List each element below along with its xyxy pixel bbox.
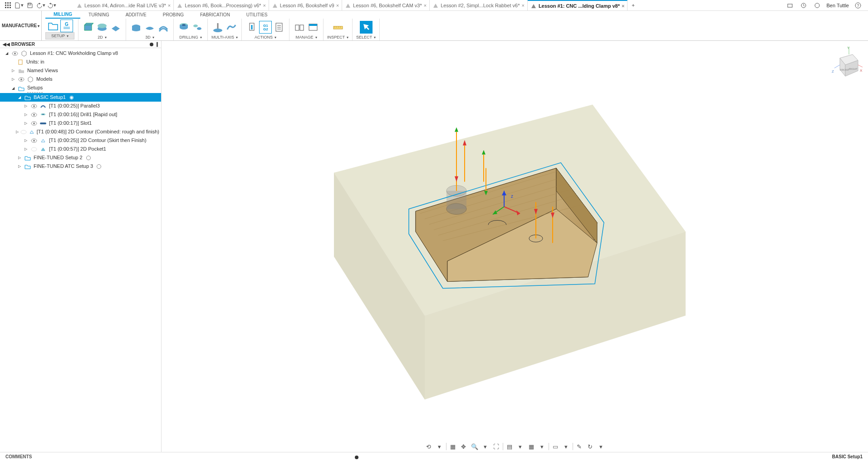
- 3d-horizontal-icon[interactable]: [143, 21, 156, 34]
- redo-icon[interactable]: ▾: [47, 1, 56, 10]
- collapse-icon[interactable]: ◀◀: [3, 42, 10, 47]
- app-grid-icon[interactable]: [4, 1, 13, 10]
- viewcube-right-label[interactable]: RIGHT: [849, 68, 858, 70]
- 2d-adaptive-icon[interactable]: [82, 21, 95, 34]
- display-dropdown[interactable]: ▾: [515, 442, 526, 451]
- tree-root[interactable]: ◢ Lesson #1: CNC Workholding Clamp v8: [0, 49, 161, 58]
- settings-dot-icon[interactable]: [150, 43, 153, 46]
- setup-folder-icon[interactable]: [47, 20, 59, 32]
- fit-icon[interactable]: ⛶: [491, 442, 502, 451]
- view-cube[interactable]: Y FRONT RIGHT X Z: [831, 44, 863, 85]
- doc-tab-0[interactable]: Lesson #4, Adiron...ide Rail LIVE v3*×: [74, 0, 174, 10]
- ribbon-tab-probing[interactable]: PROBING: [155, 11, 192, 19]
- simulate-icon[interactable]: G1G2: [259, 21, 272, 34]
- look-at-icon[interactable]: ▦: [447, 442, 458, 451]
- measure-icon[interactable]: [332, 21, 344, 34]
- zoom-icon[interactable]: 🔍: [469, 442, 480, 451]
- chevron-down-icon[interactable]: ◢: [5, 49, 10, 57]
- chevron-right-icon[interactable]: ▷: [25, 145, 29, 153]
- chevron-down-icon[interactable]: ◢: [12, 84, 16, 92]
- group-label-2d[interactable]: 2D: [98, 35, 107, 39]
- chevron-right-icon[interactable]: ▷: [12, 75, 16, 83]
- chevron-right-icon[interactable]: ▷: [16, 128, 19, 136]
- tree-op-drill[interactable]: ▷[T1 (0:00:16)] Drill1 [Rapid out]: [0, 110, 161, 119]
- resize-handle[interactable]: ‖: [156, 42, 158, 47]
- activate-radio[interactable]: [97, 164, 101, 169]
- close-icon[interactable]: ×: [263, 3, 265, 8]
- notification-icon[interactable]: [813, 1, 822, 10]
- 3d-adaptive-icon[interactable]: [130, 21, 142, 34]
- chevron-right-icon[interactable]: ▷: [25, 111, 29, 118]
- file-menu-icon[interactable]: ▾: [15, 1, 24, 10]
- chevron-right-icon[interactable]: ▷: [18, 154, 23, 162]
- save-icon[interactable]: [25, 1, 34, 10]
- tree-op-contour2[interactable]: ▷[T1 (0:00:25)] 2D Contour (Skirt then F…: [0, 136, 161, 145]
- group-label-drilling[interactable]: DRILLING: [179, 35, 202, 39]
- visibility-icon[interactable]: [31, 120, 38, 127]
- swarf-icon[interactable]: [211, 21, 224, 34]
- doc-tab-1[interactable]: Lesson #6, Book...Processing) v6*×: [174, 0, 269, 10]
- select-cursor-icon[interactable]: [360, 21, 373, 34]
- grid-dropdown[interactable]: ▾: [537, 442, 548, 451]
- 3d-viewport[interactable]: z Y FRONT RIGHT X Z: [162, 41, 868, 452]
- tree-setups[interactable]: ◢ Setups: [0, 83, 161, 93]
- tree-finetuned-atc-setup3[interactable]: ▷FINE-TUNED ATC Setup 3: [0, 162, 161, 171]
- chevron-right-icon[interactable]: ▷: [25, 119, 29, 127]
- capture-icon[interactable]: ✎: [574, 442, 585, 451]
- visibility-icon[interactable]: [31, 137, 38, 144]
- drill-icon[interactable]: [177, 21, 190, 34]
- tree-op-pocket[interactable]: ▷[T1 (0:00:57)] 2D Pocket1: [0, 145, 161, 153]
- user-name[interactable]: Ben Tuttle: [826, 3, 849, 8]
- close-icon[interactable]: ×: [424, 3, 427, 8]
- close-icon[interactable]: ×: [168, 3, 171, 8]
- task-manager-icon[interactable]: [307, 21, 319, 34]
- ribbon-tab-milling[interactable]: MILLING: [45, 11, 80, 19]
- job-status-icon[interactable]: [799, 1, 808, 10]
- display-settings-icon[interactable]: ▤: [504, 442, 515, 451]
- tree-op-slot[interactable]: ▷[T1 (0:00:17)] Slot1: [0, 119, 161, 128]
- ribbon-tab-utilities[interactable]: UTILITIES: [238, 11, 276, 19]
- chevron-right-icon[interactable]: ▷: [25, 102, 29, 110]
- visibility-icon[interactable]: [12, 50, 19, 57]
- chevron-right-icon[interactable]: ▷: [12, 67, 16, 74]
- tool-library-icon[interactable]: [293, 21, 306, 34]
- new-tab-button[interactable]: ＋: [628, 0, 638, 10]
- multiaxis-contour-icon[interactable]: [225, 21, 238, 34]
- doc-tab-2[interactable]: Lesson #6, Bookshelf v9×: [269, 0, 342, 10]
- ribbon-tab-turning[interactable]: TURNING: [80, 11, 118, 19]
- visibility-icon[interactable]: [31, 112, 38, 118]
- close-icon[interactable]: ×: [622, 3, 624, 9]
- tree-named-views[interactable]: ▷ Named Views: [0, 66, 161, 75]
- pan-icon[interactable]: ✥: [458, 442, 469, 451]
- tree-finetuned-setup2[interactable]: ▷FINE-TUNED Setup 2: [0, 153, 161, 162]
- viewcube-front-label[interactable]: FRONT: [840, 69, 849, 71]
- doc-tab-5[interactable]: Lesson #1: CNC ...lding Clamp v8*×: [528, 0, 628, 10]
- comments-toggle[interactable]: COMMENTS: [0, 454, 37, 459]
- doc-tab-4[interactable]: Lesson #2, Simpl...Lock Rabbet v6*×: [430, 0, 528, 10]
- 3d-parallel-icon[interactable]: [157, 21, 170, 34]
- generate-icon[interactable]: [245, 21, 258, 34]
- activate-radio[interactable]: [86, 156, 91, 160]
- 2d-face-icon[interactable]: [109, 21, 122, 34]
- help-icon[interactable]: ?: [853, 1, 863, 10]
- group-label-select[interactable]: SELECT: [356, 35, 376, 39]
- sync-icon[interactable]: ↻: [585, 442, 596, 451]
- extensions-icon[interactable]: [785, 1, 794, 10]
- setup-sheet-icon[interactable]: [273, 21, 285, 34]
- comments-dot-icon[interactable]: [355, 456, 358, 459]
- orbit-dropdown[interactable]: ▾: [434, 442, 445, 451]
- workspace-switcher[interactable]: MANUFACTURE: [0, 11, 42, 40]
- visibility-icon[interactable]: [18, 76, 25, 83]
- chevron-down-icon[interactable]: ◢: [18, 93, 23, 101]
- tree-basic-setup1[interactable]: ◢ BASIC Setup1 ◉: [0, 93, 161, 102]
- grid-settings-icon[interactable]: ▦: [526, 442, 537, 451]
- nc-program-icon[interactable]: G: [60, 20, 73, 32]
- tree-units[interactable]: Units: in: [0, 58, 161, 66]
- group-label-multiaxis[interactable]: MULTI-AXIS: [211, 35, 238, 39]
- group-label-3d[interactable]: 3D: [145, 35, 154, 39]
- undo-icon[interactable]: ▾: [36, 1, 45, 10]
- browser-header[interactable]: ◀◀ BROWSER ‖: [0, 41, 161, 48]
- group-label-inspect[interactable]: INSPECT: [327, 35, 348, 39]
- tree-models[interactable]: ▷ Models: [0, 75, 161, 83]
- chevron-right-icon[interactable]: ▷: [18, 162, 23, 170]
